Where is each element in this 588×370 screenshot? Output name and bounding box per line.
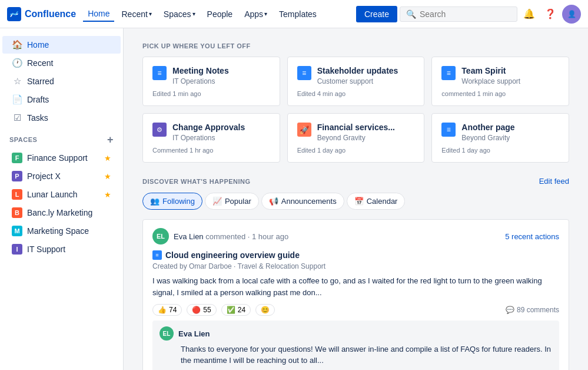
announcements-icon: 📢: [269, 197, 278, 206]
nav-apps[interactable]: Apps ▾: [240, 7, 272, 21]
lunar-launch-star-icon: ★: [104, 190, 111, 199]
reaction-smile[interactable]: 😊: [255, 304, 275, 316]
project-x-star-icon: ★: [104, 172, 111, 181]
sidebar: 🏠 Home 🕐 Recent ☆ Starred 📄 Drafts ☑ Tas…: [0, 28, 124, 370]
add-space-button[interactable]: +: [107, 134, 114, 145]
feed-article-title-0[interactable]: ≡ Cloud engineering overview guide: [152, 250, 559, 260]
comments-count-0[interactable]: 💬 89 comments: [506, 306, 559, 314]
drafts-icon: 📄: [12, 94, 22, 105]
stakeholder-doc-icon: ≡: [297, 66, 311, 80]
tab-popular[interactable]: 📈 Popular: [205, 193, 259, 210]
card-financial-services[interactable]: 🚀 Financial services... Beyond Gravity E…: [287, 113, 425, 163]
feed-item-0: EL Eva Lien commented · 1 hour ago 5 rec…: [142, 219, 569, 370]
logo[interactable]: Confluence: [7, 7, 76, 21]
comment-bubble-icon: 💬: [506, 306, 514, 314]
card-stakeholder-updates[interactable]: ≡ Stakeholder updates Customer support E…: [287, 57, 425, 106]
create-button[interactable]: Create: [356, 6, 397, 22]
popular-icon: 📈: [212, 197, 222, 206]
feed-article-meta-0: Created by Omar Darboe · Travel & Reloca…: [152, 262, 559, 270]
main-content: PICK UP WHERE YOU LEFT OFF ≡ Meeting Not…: [124, 28, 588, 370]
tasks-icon: ☑: [12, 113, 22, 123]
sidebar-item-project-x[interactable]: P Project X ★: [2, 167, 121, 185]
nav-recent[interactable]: Recent ▾: [117, 7, 156, 21]
recent-caret: ▾: [149, 11, 152, 17]
comment-username-0: Eva Lien: [178, 329, 210, 338]
spaces-caret: ▾: [192, 11, 195, 17]
following-icon: 👥: [150, 197, 160, 206]
sidebar-item-home[interactable]: 🏠 Home: [2, 36, 121, 54]
search-input[interactable]: [420, 9, 511, 19]
confluence-logo-icon: [7, 7, 21, 21]
card-meeting-notes[interactable]: ≡ Meeting Notes IT Operations Edited 1 m…: [142, 57, 280, 106]
card-change-approvals[interactable]: ⚙ Change Approvals IT Operations Comment…: [142, 113, 280, 163]
main-layout: 🏠 Home 🕐 Recent ☆ Starred 📄 Drafts ☑ Tas…: [0, 28, 588, 370]
tab-calendar[interactable]: 📅 Calendar: [347, 193, 406, 210]
logo-text: Confluence: [25, 9, 76, 19]
notifications-button[interactable]: 🔔: [520, 5, 539, 24]
lunar-launch-space-icon: L: [12, 189, 22, 200]
feed-actions-count-0[interactable]: 5 recent actions: [505, 232, 559, 241]
star-icon: ☆: [12, 76, 22, 87]
sidebar-item-marketing-space[interactable]: M Marketing Space: [2, 222, 121, 240]
feed-username-0: Eva Lien: [174, 232, 204, 241]
apps-caret: ▾: [264, 11, 267, 17]
nav-home[interactable]: Home: [83, 6, 114, 22]
topnav-icons: 🔍 🔔 ❓ 👤: [400, 5, 581, 24]
card-another-page[interactable]: ≡ Another page Beyond Gravity Edited 1 d…: [431, 113, 569, 163]
search-box[interactable]: 🔍: [400, 6, 517, 22]
meeting-notes-doc-icon: ≡: [152, 66, 167, 80]
discover-tabs: 👥 Following 📈 Popular 📢 Announcements 📅 …: [142, 193, 569, 210]
change-approvals-doc-icon: ⚙: [152, 123, 167, 137]
tab-following[interactable]: 👥 Following: [142, 193, 202, 210]
discover-section-label: DISCOVER WHAT'S HAPPENING: [142, 178, 251, 185]
reaction-red[interactable]: 🔴 55: [187, 304, 216, 316]
comment-text-0: Thanks to everyone for your questions! W…: [181, 344, 552, 365]
discover-header: DISCOVER WHAT'S HAPPENING Edit feed: [142, 177, 569, 186]
comment-avatar-0: EL: [160, 326, 174, 341]
card-team-spirit[interactable]: ≡ Team Spirit Workplace support commente…: [431, 57, 569, 106]
feed-avatar-0: EL: [152, 228, 169, 245]
feed-action-0: commented ·: [205, 232, 252, 241]
help-button[interactable]: ❓: [541, 5, 560, 24]
search-icon: 🔍: [406, 9, 416, 19]
user-avatar[interactable]: 👤: [562, 5, 581, 24]
another-page-doc-icon: ≡: [441, 123, 456, 137]
it-support-space-icon: I: [12, 244, 22, 255]
feed-reactions-0: 👍 74 🔴 55 ✅ 24 😊 💬 89 comments: [152, 304, 559, 316]
feed-time-0: 1 hour ago: [252, 232, 288, 241]
pickup-cards-grid: ≡ Meeting Notes IT Operations Edited 1 m…: [142, 57, 569, 163]
calendar-icon: 📅: [354, 197, 364, 206]
team-spirit-doc-icon: ≡: [441, 66, 456, 80]
tab-announcements[interactable]: 📢 Announcements: [261, 193, 344, 210]
bancly-marketing-space-icon: B: [12, 207, 22, 218]
financial-doc-icon: 🚀: [297, 123, 311, 137]
nav-people[interactable]: People: [202, 7, 238, 21]
edit-feed-link[interactable]: Edit feed: [539, 177, 569, 186]
home-icon: 🏠: [12, 39, 22, 50]
nav-templates[interactable]: Templates: [274, 7, 321, 21]
sidebar-item-finance-support[interactable]: F Finance Support ★: [2, 149, 121, 167]
reaction-thumbsup[interactable]: 👍 74: [152, 304, 182, 316]
reaction-check[interactable]: ✅ 24: [221, 304, 251, 316]
sidebar-item-lunar-launch[interactable]: L Lunar Launch ★: [2, 186, 121, 203]
nav-spaces[interactable]: Spaces ▾: [159, 7, 200, 21]
marketing-space-space-icon: M: [12, 226, 22, 236]
finance-support-star-icon: ★: [104, 154, 111, 163]
spaces-section-label: SPACES +: [0, 127, 123, 148]
recent-icon: 🕐: [12, 58, 22, 68]
sidebar-item-bancly-marketing[interactable]: B Banc.ly Marketing: [2, 204, 121, 222]
comment-box-0: EL Eva Lien Thanks to everyone for your …: [152, 321, 559, 370]
sidebar-item-tasks[interactable]: ☑ Tasks: [2, 109, 121, 127]
feed-excerpt-0: I was walking back from a local cafe wit…: [152, 275, 559, 298]
project-x-space-icon: P: [12, 171, 22, 181]
topnav: Confluence Home Recent ▾ Spaces ▾ People…: [0, 0, 588, 28]
sidebar-item-it-support[interactable]: I IT Support: [2, 240, 121, 258]
sidebar-item-drafts[interactable]: 📄 Drafts: [2, 91, 121, 108]
pickup-section-label: PICK UP WHERE YOU LEFT OFF: [142, 42, 569, 49]
finance-support-space-icon: F: [12, 153, 22, 163]
sidebar-item-starred[interactable]: ☆ Starred: [2, 72, 121, 90]
sidebar-item-recent[interactable]: 🕐 Recent: [2, 54, 121, 72]
article-doc-icon-0: ≡: [152, 250, 162, 260]
